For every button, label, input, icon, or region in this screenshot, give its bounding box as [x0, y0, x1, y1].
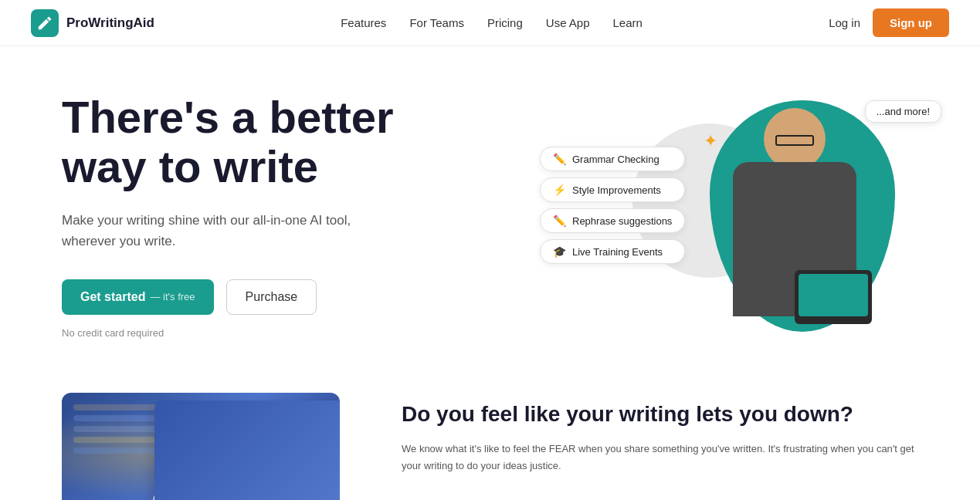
idea-tag: My idea in my head — [153, 492, 248, 500]
swirl-line-2 — [73, 415, 226, 421]
rephrase-icon: ✏️ — [553, 215, 566, 227]
logo-icon — [31, 9, 59, 37]
hero-title: There's a better way to write — [62, 93, 510, 191]
spark-icon: ✦ — [704, 131, 717, 151]
person-head — [764, 108, 826, 170]
nav-pricing[interactable]: Pricing — [487, 16, 523, 29]
brand-name: ProWritingAid — [66, 15, 154, 31]
swirl-line-1 — [73, 404, 277, 410]
swirl-line-3 — [73, 426, 303, 432]
person-body — [733, 162, 856, 316]
logo-link[interactable]: ProWritingAid — [31, 9, 154, 37]
navbar: ProWritingAid Features For Teams Pricing… — [0, 0, 980, 46]
badge-grammar: ✏️ Grammar Checking — [540, 147, 685, 171]
swirl-line-4 — [73, 437, 252, 443]
badge-style: ⚡ Style Improvements — [540, 177, 685, 202]
grammar-icon: ✏️ — [553, 153, 566, 165]
more-bubble: ...and more! — [865, 100, 941, 123]
nav-for-teams[interactable]: For Teams — [409, 16, 464, 29]
training-icon: 🎓 — [553, 245, 566, 258]
hero-section: There's a better way to write Make your … — [0, 46, 980, 370]
login-link[interactable]: Log in — [829, 16, 860, 29]
swirl-line-5 — [73, 448, 290, 454]
get-started-button[interactable]: Get started — it's free — [62, 279, 214, 315]
hero-subtitle: Make your writing shine with our all-in-… — [62, 210, 386, 252]
section2: My idea in my head Do you feel like your… — [0, 370, 980, 500]
feature-badges: ✏️ Grammar Checking ⚡ Style Improvements… — [540, 147, 685, 264]
nav-features[interactable]: Features — [341, 16, 386, 29]
hero-content: There's a better way to write Make your … — [62, 93, 510, 339]
laptop-screen — [799, 274, 868, 316]
nav-links: Features For Teams Pricing Use App Learn — [341, 16, 643, 30]
hero-note: No credit card required — [62, 327, 510, 339]
style-icon: ⚡ — [553, 184, 566, 196]
section2-description: We know what it's like to feel the FEAR … — [402, 441, 918, 475]
laptop-illustration — [795, 270, 872, 324]
section2-text: Do you feel like your writing lets you d… — [402, 393, 918, 475]
hero-visual: ✦ ...and more! ✏️ Grammar Checking ⚡ Sty… — [540, 85, 957, 363]
purchase-button[interactable]: Purchase — [226, 279, 317, 315]
section2-image: My idea in my head — [62, 393, 340, 500]
hero-person-illustration — [710, 93, 880, 340]
badge-training: 🎓 Live Training Events — [540, 239, 685, 264]
hero-buttons: Get started — it's free Purchase — [62, 279, 510, 315]
swirl-lines — [62, 393, 340, 500]
nav-learn[interactable]: Learn — [613, 16, 643, 29]
signup-button[interactable]: Sign up — [873, 8, 949, 37]
nav-use-app[interactable]: Use App — [546, 16, 590, 29]
free-label: — it's free — [150, 291, 195, 302]
section2-title: Do you feel like your writing lets you d… — [402, 400, 918, 428]
badge-rephrase: ✏️ Rephrase suggestions — [540, 208, 685, 233]
person-glasses — [775, 135, 814, 146]
nav-actions: Log in Sign up — [829, 8, 949, 37]
